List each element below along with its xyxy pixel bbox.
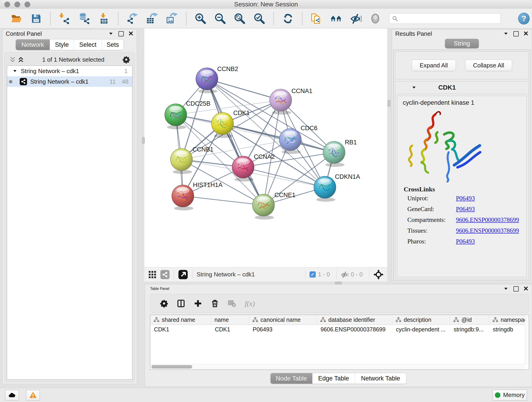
tab-network[interactable]: Network [16,39,50,50]
scrollbar-thumb[interactable] [152,365,192,369]
zoom-in-icon[interactable] [195,12,207,25]
add-column-icon[interactable] [194,299,202,307]
network-node-cdc25b[interactable] [165,104,187,129]
network-node-rb1[interactable] [323,141,345,167]
network-collection-row[interactable]: String Network – cdk1 1 [7,66,132,76]
show-hidden-icon[interactable] [369,12,381,25]
import-table-from-file-icon[interactable] [98,12,110,25]
export-image-icon[interactable] [166,12,178,25]
crosslink-link[interactable]: P06493 [456,195,475,202]
table-options-gear-icon[interactable] [160,299,168,307]
right-splitter-handle[interactable] [388,100,390,107]
network-node-ccnb2[interactable] [196,68,218,93]
save-session-icon[interactable] [30,12,42,25]
expand-all-button[interactable]: Expand All [412,60,456,71]
show-columns-icon[interactable] [177,299,185,307]
table-panel-float-icon[interactable] [513,286,519,292]
tab-edge-table[interactable]: Edge Table [312,373,355,384]
table-panel-menu-icon[interactable] [503,286,508,291]
network-canvas[interactable]: CCNB2CCNA1CDC25BCDK1CDC6RB1CCNB1CCNA2CDK… [144,28,387,267]
crosslink-link[interactable]: P06493 [456,238,475,245]
control-panel-float-icon[interactable] [119,31,124,36]
table-panel-close-icon[interactable]: ✕ [523,286,529,292]
column-header--id[interactable]: @id [450,315,489,325]
zoom-out-icon[interactable] [214,12,226,25]
table-horizontal-scrollbar[interactable] [150,364,525,370]
column-header-name[interactable]: name [211,315,249,325]
tab-string[interactable]: String [445,39,479,48]
node-result-collapse-icon[interactable] [412,85,416,90]
network-node-ccnb1[interactable] [171,148,192,174]
selected-nodes-checkbox-icon[interactable]: ✓ [310,271,316,278]
bottom-splitter-handle[interactable] [335,282,342,284]
open-session-icon[interactable] [11,12,23,25]
network-node-cdk1[interactable] [211,113,234,138]
network-node-ccna1[interactable] [270,89,292,115]
help-button[interactable]: ? [518,13,530,25]
column-header-canonical-name[interactable]: canonical name [249,315,317,325]
warnings-button[interactable] [26,390,40,400]
node-result-header[interactable]: CDK1 [395,81,529,94]
new-network-from-selection-icon[interactable] [310,12,323,25]
network-node-ccne1[interactable] [253,194,274,220]
cloud-button[interactable] [5,390,19,400]
network-edge[interactable] [207,79,281,100]
export-table-icon[interactable] [146,12,158,25]
import-network-from-file-icon[interactable] [59,12,71,25]
network-node-hist1h1a[interactable] [172,185,194,211]
network-edge[interactable] [183,196,264,205]
tab-style[interactable]: Style [50,39,74,50]
crosslink-link[interactable]: P06493 [456,206,475,213]
table-body: CDK1CDK1P064939606.ENSP00000378699cyclin… [150,325,529,334]
network-type-icon [20,78,27,85]
column-header-description[interactable]: description [392,315,450,325]
network-node-ccna2[interactable] [232,156,254,182]
tab-sets[interactable]: Sets [102,39,123,50]
column-header-database-identifier[interactable]: database identifier [317,315,392,325]
search-input[interactable] [400,15,498,22]
results-panel-menu-icon[interactable] [503,31,508,36]
pan-crosshair-icon[interactable] [374,269,384,280]
hierarchy-icon [153,317,159,323]
table-cell: 9606.ENSP00000378699 [317,325,392,334]
table-type-tabs: Node TableEdge TableNetwork Table [270,373,406,384]
crosslink-link[interactable]: 9606.ENSP00000378699 [456,227,519,234]
column-header-namespac[interactable]: namespac [489,315,529,325]
detach-view-icon[interactable] [178,269,188,280]
network-row[interactable]: String Network – cdk1 11 48 [7,76,132,87]
results-panel-float-icon[interactable] [513,31,519,36]
results-panel-close-icon[interactable]: ✕ [523,31,529,37]
memory-button[interactable]: Memory [493,390,527,401]
table-vertical-scrollbar[interactable] [525,315,529,364]
table-row[interactable]: CDK1CDK1P064939606.ENSP00000378699cyclin… [150,325,529,334]
collapse-all-networks-icon[interactable] [9,56,16,63]
network-node-cdkn1a[interactable] [314,176,336,202]
network-options-gear-icon[interactable] [122,56,130,64]
crosslink-link[interactable]: 9606.ENSP00000378699 [456,216,519,223]
expand-all-networks-icon[interactable] [17,56,24,63]
control-panel-close-icon[interactable]: ✕ [128,31,133,37]
import-network-from-database-icon[interactable] [78,12,90,25]
collapse-all-button[interactable]: Collapse All [465,60,512,71]
tab-select[interactable]: Select [74,39,102,50]
left-splitter-handle[interactable] [142,137,145,144]
control-panel-menu-icon[interactable] [108,31,114,36]
grid-view-icon[interactable] [148,270,157,279]
control-panel-title: Control Panel [6,30,42,37]
collection-expand-icon[interactable] [13,69,17,73]
network-share-icon[interactable] [160,270,170,279]
column-header-shared-name[interactable]: shared name [150,315,211,325]
results-buttons-bar: Expand All Collapse All [395,51,529,79]
hidden-eye-slash-icon[interactable] [341,271,348,279]
hide-selected-icon[interactable] [350,12,362,25]
zoom-selected-icon[interactable] [253,12,266,25]
first-neighbors-icon[interactable] [330,12,342,25]
search-field[interactable] [389,13,501,24]
export-network-icon[interactable] [127,12,139,25]
delete-column-icon[interactable] [211,299,219,307]
tab-network-table[interactable]: Network Table [355,373,406,384]
tab-node-table[interactable]: Node Table [271,373,312,384]
apply-preferred-layout-icon[interactable] [282,12,294,25]
zoom-fit-content-icon[interactable] [234,12,246,25]
memory-status-dot-icon [495,392,500,398]
